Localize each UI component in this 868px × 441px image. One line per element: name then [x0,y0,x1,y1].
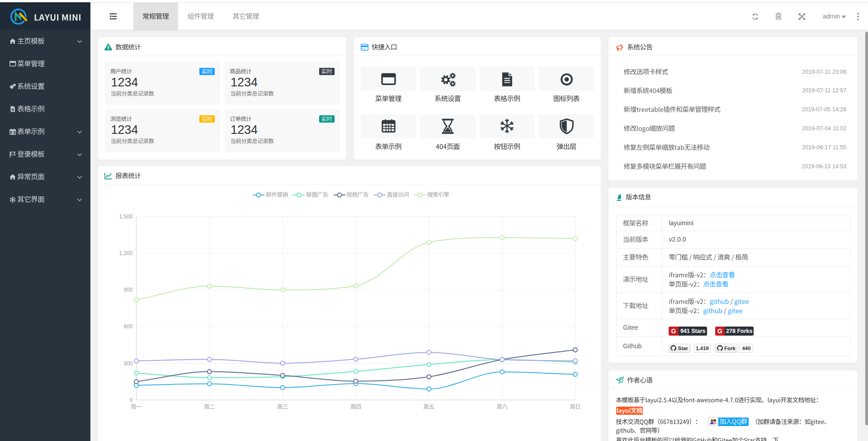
svg-text:0: 0 [130,397,133,403]
svg-text:600: 600 [123,323,132,330]
svg-text:300: 300 [123,360,132,367]
svg-text:1,500: 1,500 [119,213,132,220]
svg-text:900: 900 [123,287,132,293]
svg-text:1,200: 1,200 [119,250,132,256]
